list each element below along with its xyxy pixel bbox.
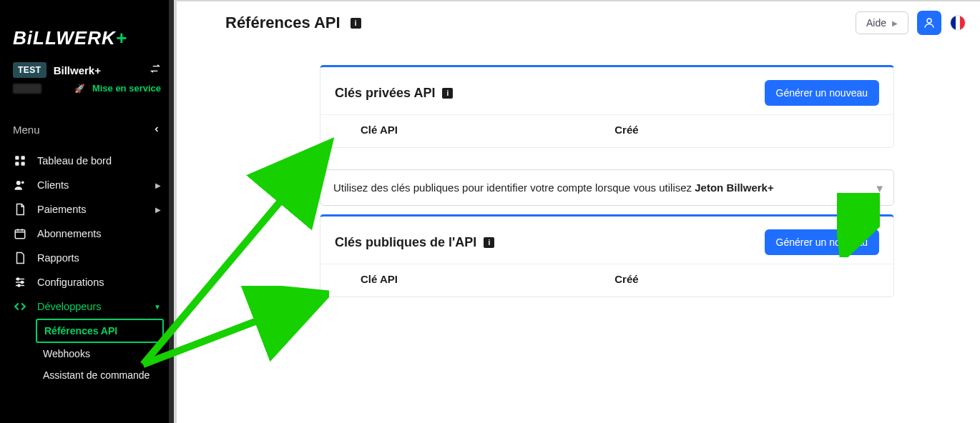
- svg-point-4: [16, 181, 21, 185]
- chevron-right-icon: ▶: [892, 19, 898, 27]
- sidebar-item-clients[interactable]: Clients ▶: [3, 173, 171, 197]
- svg-rect-3: [21, 162, 25, 166]
- go-live-label: Mise en service: [92, 83, 161, 94]
- info-text-bold: Jeton Billwerk+: [695, 181, 773, 194]
- sliders-icon: [13, 276, 27, 289]
- sidebar-item-dashboard[interactable]: Tableau de bord: [3, 149, 171, 173]
- developers-submenu: Références API Webhooks Assistant de com…: [3, 319, 171, 387]
- col-created: Créé: [614, 124, 874, 136]
- calendar-icon: [13, 227, 27, 240]
- subnav-order-assistant[interactable]: Assistant de commande: [36, 364, 164, 387]
- svg-point-7: [17, 278, 19, 280]
- svg-rect-1: [21, 156, 25, 159]
- card-header: Clés publiques de l'API i Générer un nou…: [320, 217, 893, 264]
- code-icon: [13, 300, 27, 313]
- subnav-api-references[interactable]: Références API: [36, 319, 164, 343]
- chevron-down-icon: ▼: [154, 303, 161, 311]
- svg-point-5: [21, 181, 24, 184]
- page-title: Références API: [225, 14, 340, 32]
- info-icon[interactable]: i: [484, 237, 494, 248]
- swap-icon: [150, 63, 161, 77]
- info-text: Utilisez des clés publiques pour identif…: [333, 181, 695, 194]
- svg-rect-2: [15, 162, 19, 166]
- sidebar-item-label: Configurations: [37, 277, 104, 288]
- divider: [177, 0, 980, 1]
- subnav-webhooks[interactable]: Webhooks: [36, 343, 164, 364]
- chevron-left-icon: [152, 124, 161, 136]
- sidebar-item-developers[interactable]: Développeurs ▼: [3, 294, 171, 319]
- clients-icon: [13, 179, 27, 191]
- sidebar-scrollbar[interactable]: [169, 0, 174, 423]
- sidebar-nav: Tableau de bord Clients ▶ Paiements ▶ Ab…: [0, 149, 174, 387]
- help-button[interactable]: Aide ▶: [856, 11, 908, 34]
- caret-down-icon: ▼: [874, 181, 885, 194]
- brand-logo: BiLLWERK+: [0, 0, 174, 55]
- sidebar-item-label: Abonnements: [37, 228, 101, 239]
- env-badge: TEST: [13, 62, 46, 78]
- user-icon: [923, 16, 936, 29]
- card-header: Clés privées API i Générer un nouveau: [320, 67, 893, 114]
- chevron-right-icon: ▶: [155, 206, 161, 214]
- chevron-right-icon: ▶: [155, 181, 161, 189]
- col-created: Créé: [614, 273, 874, 285]
- generate-public-key-button[interactable]: Générer un nouveau: [765, 229, 879, 255]
- sidebar-item-reports[interactable]: Rapports: [3, 246, 171, 270]
- info-icon[interactable]: i: [351, 18, 361, 29]
- org-name: Billwerk+: [54, 64, 101, 76]
- col-api-key: Clé API: [361, 124, 614, 136]
- topbar-right: Aide ▶: [856, 11, 966, 35]
- brand-name: BiLLWERK: [13, 27, 116, 49]
- org-switcher[interactable]: TEST Billwerk+: [0, 55, 174, 81]
- content: Clés privées API i Générer un nouveau Cl…: [177, 42, 980, 423]
- org-id-blur: [13, 84, 41, 94]
- sidebar-item-subscriptions[interactable]: Abonnements: [3, 222, 171, 246]
- dashboard-icon: [13, 154, 27, 167]
- svg-point-8: [21, 282, 24, 284]
- sidebar: BiLLWERK+ TEST Billwerk+ 🚀 Mise en servi…: [0, 0, 174, 423]
- menu-header[interactable]: Menu: [0, 104, 174, 149]
- sidebar-item-label: Tableau de bord: [37, 155, 112, 166]
- topbar: Références API i Aide ▶: [177, 0, 980, 42]
- svg-rect-6: [15, 230, 25, 239]
- sidebar-item-label: Paiements: [37, 204, 87, 215]
- col-api-key: Clé API: [361, 273, 614, 285]
- main-area: Références API i Aide ▶ Clés privées API…: [174, 0, 980, 423]
- help-label: Aide: [866, 17, 886, 29]
- rocket-icon: 🚀: [74, 84, 85, 94]
- sidebar-item-label: Développeurs: [37, 301, 101, 312]
- sidebar-item-label: Rapports: [37, 252, 79, 264]
- payments-icon: [13, 203, 27, 216]
- brand-plus: +: [116, 27, 127, 49]
- sidebar-item-config[interactable]: Configurations: [3, 270, 171, 294]
- card-title: Clés publiques de l'API: [335, 235, 476, 250]
- generate-private-key-button[interactable]: Générer un nouveau: [765, 80, 879, 106]
- public-keys-card: Clés publiques de l'API i Générer un nou…: [320, 214, 894, 297]
- user-menu-button[interactable]: [917, 11, 941, 35]
- svg-point-10: [927, 19, 931, 23]
- svg-rect-0: [15, 156, 19, 159]
- sidebar-item-payments[interactable]: Paiements ▶: [3, 197, 171, 222]
- table-header: Clé API Créé: [320, 114, 893, 147]
- menu-label: Menu: [13, 124, 40, 136]
- go-live-row[interactable]: 🚀 Mise en service: [0, 81, 174, 104]
- public-keys-info-box[interactable]: Utilisez des clés publiques pour identif…: [320, 169, 894, 206]
- info-icon[interactable]: i: [442, 88, 453, 99]
- table-header: Clé API Créé: [320, 264, 893, 297]
- card-title: Clés privées API: [335, 86, 435, 101]
- sidebar-item-label: Clients: [37, 179, 69, 191]
- reports-icon: [13, 252, 27, 264]
- private-keys-card: Clés privées API i Générer un nouveau Cl…: [320, 65, 894, 148]
- svg-point-9: [18, 284, 20, 287]
- language-flag-fr[interactable]: [950, 15, 966, 31]
